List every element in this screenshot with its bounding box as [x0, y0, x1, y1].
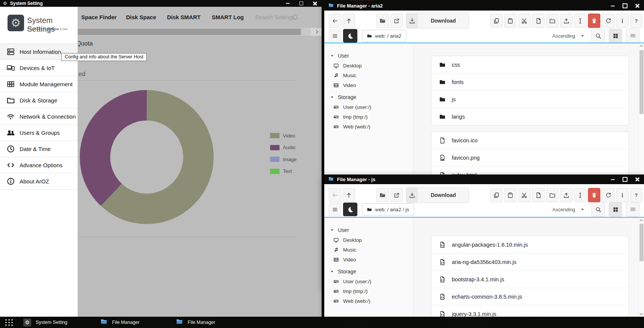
taskbar-item-file-manager-2[interactable]: File Manager	[176, 317, 215, 328]
scroll-up-icon[interactable]	[640, 45, 643, 48]
copy-button[interactable]	[490, 14, 503, 28]
new-folder-button[interactable]	[546, 14, 559, 28]
breadcrumb[interactable]: web: / aria2	[362, 30, 406, 42]
tree-item[interactable]: User (user:/)	[324, 276, 413, 286]
new-file-button[interactable]	[532, 188, 544, 202]
copy-button[interactable]	[490, 188, 503, 202]
taskbar-item-system-setting[interactable]: ⚙ System Setting	[23, 317, 67, 328]
menu-button[interactable]	[329, 203, 341, 216]
horizontal-scrollbar[interactable]	[78, 28, 322, 36]
tree-section-user[interactable]: User	[324, 225, 413, 235]
tree-item[interactable]: tmp (tmp:/)	[324, 286, 413, 296]
scrollbar-thumb[interactable]	[639, 50, 644, 114]
delete-button[interactable]	[588, 188, 600, 202]
app-launcher-button[interactable]	[4, 318, 13, 326]
help-button[interactable]: ?	[630, 188, 642, 202]
sidebar-item-date-time[interactable]: Date & Time	[0, 140, 77, 157]
sidebar-item-disk-storage[interactable]: Disk & Storage	[0, 92, 77, 108]
upload-button[interactable]	[560, 188, 573, 202]
sidebar-item-about-aroz[interactable]: About ArOZ	[0, 173, 77, 189]
maximize-button[interactable]	[623, 177, 627, 182]
rename-button[interactable]	[574, 14, 586, 28]
tree-item[interactable]: Video	[324, 80, 413, 90]
back-button[interactable]	[329, 188, 341, 202]
search-button[interactable]	[591, 29, 605, 43]
scrollbar-thumb[interactable]	[639, 224, 644, 261]
open-in-new-button[interactable]	[390, 14, 403, 28]
up-button[interactable]	[343, 188, 355, 202]
close-button[interactable]	[635, 177, 639, 182]
sidebar-item-network-connection[interactable]: Network & Connection	[0, 108, 77, 124]
tab-space-finder[interactable]: Space Finder	[81, 14, 117, 20]
file-row[interactable]: favicon.ico	[431, 132, 629, 149]
new-file-button[interactable]	[532, 14, 544, 28]
minimize-button[interactable]	[611, 179, 615, 180]
refresh-button[interactable]	[602, 14, 614, 28]
scroll-down-icon[interactable]	[640, 312, 643, 315]
system-setting-titlebar[interactable]: ⚙ System Setting	[0, 0, 322, 7]
file-row[interactable]: angular-packages-1.6.10.min.js	[431, 236, 629, 253]
tree-section-user[interactable]: User	[324, 51, 413, 61]
open-in-new-button[interactable]	[390, 188, 403, 202]
cut-button[interactable]	[518, 14, 530, 28]
vertical-scrollbar[interactable]	[639, 218, 644, 317]
restore-button[interactable]	[299, 2, 303, 5]
open-button[interactable]	[376, 188, 389, 202]
tree-item[interactable]: User (user:/)	[324, 102, 413, 112]
breadcrumb[interactable]: web: / aria2 / js	[362, 203, 414, 215]
cut-button[interactable]	[518, 188, 530, 202]
tree-item[interactable]: Web (web:/)	[324, 122, 413, 131]
file-row[interactable]: favicon.png	[431, 149, 629, 166]
paste-button[interactable]	[504, 188, 516, 202]
sidebar-item-advance-options[interactable]: Advance Options	[0, 157, 77, 173]
tree-item[interactable]: Music	[324, 245, 413, 255]
legend-item-image[interactable]: Image	[270, 157, 296, 162]
file-row[interactable]: css	[431, 56, 629, 73]
file-row[interactable]: jquery-3.3.1.min.js	[431, 305, 629, 317]
legend-item-video[interactable]: Video	[270, 133, 296, 138]
tree-item[interactable]: Desktop	[324, 61, 413, 70]
scroll-right-button[interactable]	[311, 28, 322, 36]
upload-button[interactable]	[560, 14, 573, 28]
back-button[interactable]	[329, 14, 341, 28]
file-row[interactable]: aria-ng-da5356c403.min.js	[431, 253, 629, 271]
scroll-up-icon[interactable]	[640, 220, 643, 223]
tree-item[interactable]: Music	[324, 70, 413, 80]
taskbar-item-file-manager-1[interactable]: File Manager	[100, 317, 140, 328]
close-button[interactable]	[635, 4, 639, 8]
file-row[interactable]: bootstrap-3.4.1.min.js	[431, 271, 629, 288]
open-button[interactable]	[376, 14, 389, 28]
close-button[interactable]	[313, 2, 317, 6]
help-button[interactable]: ?	[630, 14, 642, 28]
search-button[interactable]	[591, 202, 605, 217]
minimize-button[interactable]	[286, 3, 290, 4]
sidebar-item-devices-iot[interactable]: Devices & IoT	[0, 59, 77, 76]
file-manager-aria2-titlebar[interactable]: File Manager - aria2	[324, 1, 644, 11]
sort-order-select[interactable]: Ascending	[548, 203, 589, 215]
download-button[interactable]: Download	[406, 187, 469, 203]
tree-item[interactable]: Desktop	[324, 235, 413, 245]
tree-item[interactable]: Web (web:/)	[324, 296, 413, 306]
list-view-button[interactable]	[626, 202, 639, 217]
tree-section-storage[interactable]: Storage	[324, 92, 413, 102]
dark-mode-toggle[interactable]	[343, 203, 357, 216]
up-button[interactable]	[343, 14, 355, 28]
tab-disk-space[interactable]: Disk Space	[126, 14, 156, 20]
refresh-button[interactable]	[602, 188, 614, 202]
sidebar-item-module-management[interactable]: Module Management	[0, 76, 77, 92]
sort-order-select[interactable]: Ascending	[548, 30, 589, 42]
scrollbar-thumb[interactable]	[78, 29, 301, 35]
tree-item[interactable]: Video	[324, 255, 413, 264]
list-view-button[interactable]	[626, 29, 639, 43]
tree-section-storage[interactable]: Storage	[324, 267, 413, 276]
tab-smart-log[interactable]: SMART Log	[212, 14, 244, 20]
maximize-button[interactable]	[623, 3, 627, 8]
tab-disk-smart[interactable]: Disk SMART	[167, 14, 200, 20]
file-row[interactable]: echarts-common-3.8.5.min.js	[431, 288, 629, 305]
sidebar-item-users-groups[interactable]: Users & Groups	[0, 124, 77, 140]
file-row[interactable]: js	[431, 91, 629, 108]
grid-view-button[interactable]	[609, 202, 622, 217]
info-button[interactable]	[616, 188, 629, 202]
grid-view-button[interactable]	[609, 29, 622, 43]
file-manager-js-titlebar[interactable]: File Manager - js	[324, 175, 644, 184]
